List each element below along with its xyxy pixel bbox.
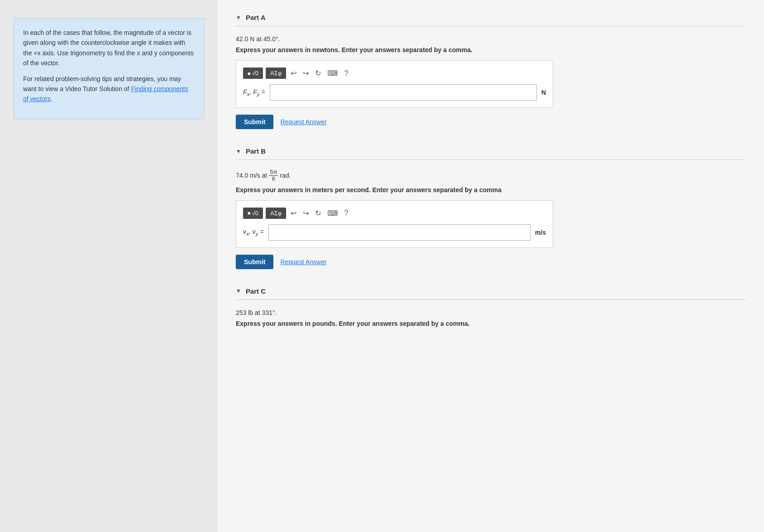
part-c-problem: 253 lb at 331°. bbox=[236, 309, 746, 316]
part-b-label: Part B bbox=[246, 147, 266, 155]
part-b-action-row: Submit Request Answer bbox=[236, 255, 746, 269]
part-a-input[interactable] bbox=[270, 84, 537, 101]
part-b-keyboard-icon[interactable]: ⌨ bbox=[326, 208, 340, 218]
part-b-refresh-icon[interactable]: ↻ bbox=[313, 208, 323, 218]
part-b-greek-btn[interactable]: ΑΣφ bbox=[266, 208, 286, 219]
part-b-input-row: vx, vy = m/s bbox=[243, 224, 546, 241]
part-b-unit: m/s bbox=[535, 229, 546, 236]
part-a-unit: N bbox=[541, 89, 546, 96]
part-b-undo-icon[interactable]: ↩ bbox=[289, 208, 298, 218]
part-a-help-icon[interactable]: ? bbox=[342, 68, 350, 78]
part-b-redo-icon[interactable]: ↪ bbox=[301, 208, 311, 218]
part-a-request-answer-btn[interactable]: Request Answer bbox=[280, 118, 326, 126]
part-b-answer-box: ■ √0 ΑΣφ ↩ ↪ ↻ ⌨ ? vx, vy = m/s bbox=[236, 200, 553, 248]
part-b-input-label: vx, vy = bbox=[243, 228, 264, 237]
part-c-label: Part C bbox=[246, 287, 266, 295]
part-a-undo-icon[interactable]: ↩ bbox=[289, 68, 298, 78]
part-b-instruction: Express your answers in meters per secon… bbox=[236, 186, 746, 193]
part-b-section: ▼ Part B 74.0 m/s at 5π 6 rad. Express y… bbox=[236, 143, 746, 269]
part-a-refresh-icon[interactable]: ↻ bbox=[313, 68, 323, 78]
part-b-toolbar: ■ √0 ΑΣφ ↩ ↪ ↻ ⌨ ? bbox=[243, 208, 546, 219]
part-a-keyboard-icon[interactable]: ⌨ bbox=[326, 68, 340, 78]
part-c-instruction: Express your answers in pounds. Enter yo… bbox=[236, 320, 746, 327]
part-a-instruction: Express your answers in newtons. Enter y… bbox=[236, 46, 746, 53]
part-b-request-answer-btn[interactable]: Request Answer bbox=[280, 258, 326, 266]
part-a-sqrt-icon: ■ bbox=[248, 71, 251, 76]
part-a-input-row: Fx, Fy = N bbox=[243, 84, 546, 101]
part-a-input-label: Fx, Fy = bbox=[243, 88, 265, 97]
part-a-header[interactable]: ▼ Part A bbox=[236, 9, 746, 26]
part-a-redo-icon[interactable]: ↪ bbox=[301, 68, 311, 78]
part-b-sqrt-btn[interactable]: ■ √0 bbox=[243, 208, 263, 219]
part-b-submit-btn[interactable]: Submit bbox=[236, 255, 273, 269]
part-a-answer-box: ■ √0 ΑΣφ ↩ ↪ ↻ ⌨ ? Fx, Fy = N bbox=[236, 60, 553, 108]
part-a-toolbar: ■ √0 ΑΣφ ↩ ↪ ↻ ⌨ ? bbox=[243, 68, 546, 79]
part-a-section: ▼ Part A 42.0 N at 45.0°. Express your a… bbox=[236, 9, 746, 129]
part-a-chevron: ▼ bbox=[236, 15, 241, 21]
part-a-sqrt-btn[interactable]: ■ √0 bbox=[243, 68, 263, 79]
right-panel: ▼ Part A 42.0 N at 45.0°. Express your a… bbox=[218, 0, 764, 532]
part-b-help-icon[interactable]: ? bbox=[342, 208, 350, 218]
part-b-input[interactable] bbox=[268, 224, 530, 241]
part-a-action-row: Submit Request Answer bbox=[236, 115, 746, 129]
part-a-submit-btn[interactable]: Submit bbox=[236, 115, 273, 129]
part-a-problem: 42.0 N at 45.0°. bbox=[236, 35, 746, 43]
part-c-chevron: ▼ bbox=[236, 288, 241, 294]
info-box: In each of the cases that follow, the ma… bbox=[14, 18, 204, 119]
info-text-2: For related problem-solving tips and str… bbox=[23, 74, 195, 104]
part-c-header[interactable]: ▼ Part C bbox=[236, 283, 746, 300]
part-a-label: Part A bbox=[246, 14, 266, 21]
part-b-chevron: ▼ bbox=[236, 148, 241, 155]
part-b-sqrt-icon: ■ bbox=[248, 210, 251, 216]
part-b-header[interactable]: ▼ Part B bbox=[236, 143, 746, 160]
info-text-1: In each of the cases that follow, the ma… bbox=[23, 28, 195, 68]
part-b-fraction: 5π 6 bbox=[269, 169, 278, 183]
part-c-section: ▼ Part C 253 lb at 331°. Express your an… bbox=[236, 283, 746, 327]
part-b-problem: 74.0 m/s at 5π 6 rad. bbox=[236, 169, 746, 183]
left-panel: In each of the cases that follow, the ma… bbox=[0, 0, 218, 532]
part-a-greek-btn[interactable]: ΑΣφ bbox=[266, 68, 286, 79]
